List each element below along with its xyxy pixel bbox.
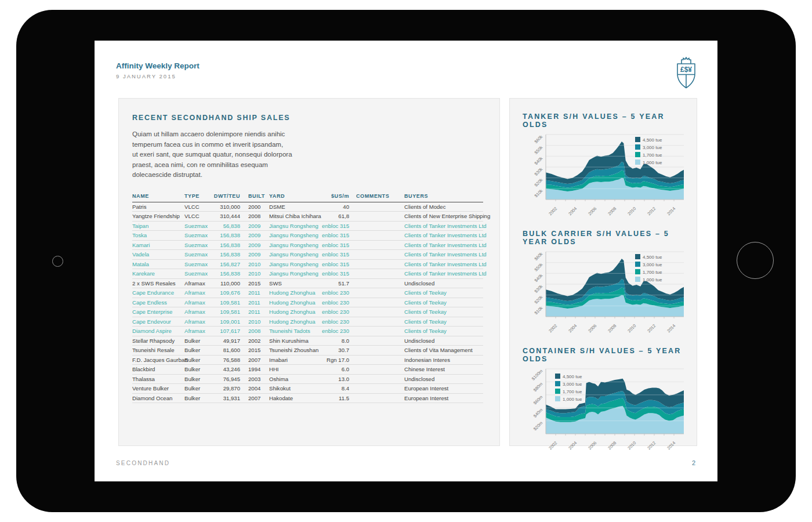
table-cell: Cape Enterprise: [132, 307, 184, 317]
table-cell: Bulker: [184, 336, 210, 346]
report-header: Affinity Weekly Report 9 JANUARY 2015: [116, 61, 200, 79]
svg-text:2004: 2004: [567, 323, 578, 334]
table-cell: [349, 288, 404, 298]
chart-legend: 4,500 tue3,000 tue1,700 tue1,000 tue: [635, 254, 662, 282]
table-cell: Hudong Zhonghua: [269, 288, 321, 298]
table-cell: Hudong Zhonghua: [269, 298, 321, 307]
table-cell: Clients of Teekay: [404, 298, 483, 307]
chart-legend: 4,500 tue3,000 tue1,700 tue1,000 tue: [635, 137, 662, 165]
table-cell: [349, 221, 404, 231]
svg-text:2002: 2002: [548, 323, 558, 334]
table-cell: 2 x SWS Resales: [132, 278, 184, 288]
svg-text:2002: 2002: [548, 440, 558, 451]
table-cell: 2011: [240, 307, 269, 317]
tablet-device: Affinity Weekly Report 9 JANUARY 2015 £$…: [16, 10, 796, 512]
svg-text:$60m: $60m: [532, 394, 544, 406]
table-cell: Tsuneishi Tadots: [269, 327, 321, 336]
table-cell: 110,000: [210, 278, 240, 288]
table-row: KamariSuezmax156,8382009Jiangsu Rongshen…: [132, 240, 483, 250]
table-cell: Jiangsu Rongsheng: [269, 269, 321, 279]
table-cell: Cape Endurance: [132, 288, 184, 298]
table-cell: Matala: [132, 259, 184, 269]
chart-tanker: TANKER S/H VALUES – 5 YEAR OLDS $10k$20k…: [523, 113, 684, 225]
table-row: Cape EndevourAframax109,0012010Hudong Zh…: [132, 317, 483, 327]
table-cell: 81,600: [210, 346, 240, 356]
table-cell: Bulker: [184, 374, 210, 384]
table-cell: Stellar Rhapsody: [132, 336, 184, 346]
svg-text:1,700 tue: 1,700 tue: [643, 270, 662, 275]
table-cell: Blackbird: [132, 365, 184, 375]
table-row: Yangtze FriendshipVLCC310,4442008Mitsui …: [132, 212, 483, 222]
table-cell: 107,617: [210, 327, 240, 336]
table-cell: 109,581: [210, 307, 240, 317]
sales-table-body: PatrisVLCC310,0002000DSME40Clients of Mo…: [132, 202, 483, 403]
table-row: ThalassaBulker76,9452003Oshima13.0Undisc…: [132, 374, 483, 384]
svg-text:$60k: $60k: [534, 251, 544, 262]
table-cell: 2009: [240, 231, 269, 241]
table-cell: 56,838: [210, 221, 240, 231]
table-cell: Clients of Teekay: [404, 307, 483, 317]
table-cell: 109,001: [210, 317, 240, 327]
table-cell: 2003: [240, 374, 269, 384]
table-cell: enbloc 315: [321, 221, 349, 231]
table-cell: 156,838: [210, 250, 240, 260]
table-cell: [349, 346, 404, 356]
chart-title: CONTAINER S/H VALUES – 5 YEAR OLDS: [523, 347, 684, 363]
table-row: Cape EnterpriseAframax109,5812011Hudong …: [132, 307, 483, 317]
table-cell: Clients of Modec: [404, 202, 483, 212]
table-row: VadelaSuezmax156,8382009Jiangsu Rongshen…: [132, 250, 483, 260]
svg-text:$30k: $30k: [534, 166, 544, 177]
chart-bulk-carrier: BULK CARRIER S/H VALUES – 5 YEAR OLDS $1…: [523, 230, 684, 342]
table-row: TaipanSuezmax56,8382009Jiangsu Rongsheng…: [132, 221, 483, 231]
intro-line: ut exeri sant, que sumquat quatur, nonse…: [132, 150, 486, 160]
svg-text:2006: 2006: [587, 323, 597, 334]
table-cell: Clients of Teekay: [404, 327, 483, 336]
svg-text:$50k: $50k: [534, 262, 544, 273]
table-cell: Aframax: [184, 307, 210, 317]
table-cell: Toska: [132, 231, 184, 241]
table-cell: [349, 307, 404, 317]
secondhand-sales-panel: RECENT SECONDHAND SHIP SALES Quiam ut hi…: [118, 98, 500, 446]
table-cell: [349, 212, 404, 222]
table-cell: Clients of Tanker Investments Ltd: [404, 240, 483, 250]
svg-text:1,700 tue: 1,700 tue: [643, 153, 662, 158]
table-cell: 109,676: [210, 288, 240, 298]
table-cell: Vadela: [132, 250, 184, 260]
table-cell: Suezmax: [184, 240, 210, 250]
svg-text:2014: 2014: [666, 206, 676, 216]
table-cell: 76,588: [210, 355, 240, 365]
svg-text:2010: 2010: [626, 440, 637, 451]
table-cell: enbloc 315: [321, 240, 349, 250]
table-cell: enbloc 315: [321, 259, 349, 269]
table-cell: 156,838: [210, 240, 240, 250]
table-cell: Jiangsu Rongsheng: [269, 259, 321, 269]
table-cell: 40: [321, 202, 349, 212]
table-row: PatrisVLCC310,0002000DSME40Clients of Mo…: [132, 202, 483, 212]
table-cell: 8.4: [321, 384, 349, 394]
table-row: KarekareSuezmax156,8382010Jiangsu Rongsh…: [132, 269, 483, 279]
charts-panel: TANKER S/H VALUES – 5 YEAR OLDS $10k$20k…: [509, 98, 697, 446]
table-cell: Suezmax: [184, 269, 210, 279]
chart-title: BULK CARRIER S/H VALUES – 5 YEAR OLDS: [523, 230, 684, 246]
svg-text:2010: 2010: [626, 206, 637, 216]
table-cell: Clients of Tanker Investments Ltd: [404, 259, 483, 269]
column-header: BUYERS: [404, 193, 483, 202]
table-cell: 6.0: [321, 365, 349, 375]
svg-text:2010: 2010: [626, 323, 637, 334]
table-cell: Clients of Tanker Investments Ltd: [404, 269, 483, 279]
svg-text:2008: 2008: [607, 440, 617, 451]
svg-text:$30k: $30k: [534, 284, 544, 294]
table-cell: Jiangsu Rongsheng: [269, 240, 321, 250]
table-cell: Venture Bulker: [132, 384, 184, 394]
svg-text:$40m: $40m: [532, 407, 544, 419]
chart-legend: 4,500 tue3,000 tue1,700 tue1,000 tue: [555, 374, 582, 402]
home-button[interactable]: [737, 242, 774, 279]
table-cell: 2015: [240, 278, 269, 288]
table-cell: [349, 298, 404, 307]
table-cell: [349, 202, 404, 212]
table-cell: Cape Endevour: [132, 317, 184, 327]
table-row: BlackbirdBulker43,2461994HHI6.0Chinese I…: [132, 365, 483, 375]
svg-text:$20m: $20m: [532, 420, 544, 432]
table-cell: [349, 393, 404, 403]
table-cell: Bulker: [184, 384, 210, 394]
